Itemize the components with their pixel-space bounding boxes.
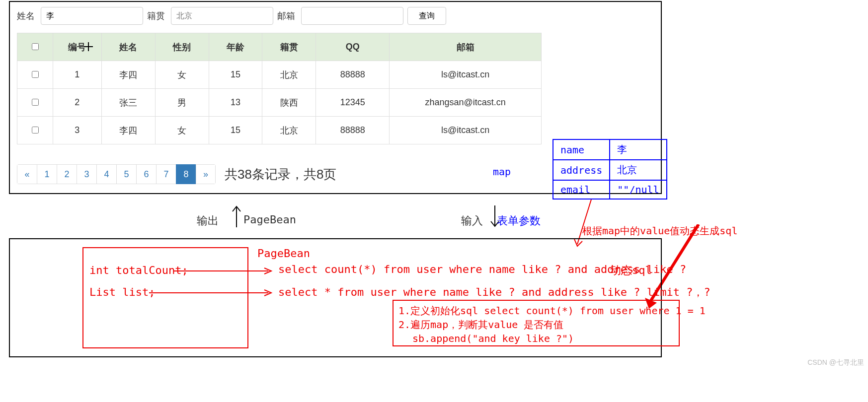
cell-id: 3 [53,117,101,144]
pager-info: 共38条记录，共8页 [225,166,336,183]
select-all-checkbox[interactable] [32,43,39,50]
search-form: 姓名 籍贯 邮箱 查询 [17,7,654,25]
cell-qq: 88888 [316,117,390,144]
step-1: 1.定义初始化sql select count(*) from user whe… [398,304,674,318]
header-qq: QQ [316,33,390,61]
cell-sex: 女 [155,61,209,89]
sql-select: select * from user where name like ? and… [278,285,710,300]
map-value: 李 [610,139,666,160]
cell-name: 李四 [101,61,155,89]
step-2: 2.遍历map，判断其value 是否有值 [398,318,674,332]
cell-sex: 男 [155,89,209,117]
cell-email: zhangsan@itcast.cn [390,89,542,117]
logic-panel: PageBean int totalCount; List list; sele… [9,238,662,357]
row-checkbox[interactable] [32,71,39,78]
header-native: 籍贯 [262,33,316,61]
pager: «12345678» [17,164,216,184]
cell-qq: 88888 [316,61,390,89]
table-header-row: 编号 姓名 性别 年龄 籍贯 QQ 邮箱 [17,33,542,61]
table-row: 3李四女15北京88888ls@itcast.cn [17,117,542,144]
name-input[interactable] [41,7,143,25]
query-button[interactable]: 查询 [407,7,446,25]
map-value: 北京 [610,160,666,180]
cell-sex: 女 [155,117,209,144]
pagebean-field-totalcount: int totalCount; [89,264,188,276]
header-sex: 性别 [155,33,209,61]
map-value: ""/null [610,180,666,199]
header-checkbox-cell [17,33,53,61]
name-label: 姓名 [17,10,35,22]
pager-link[interactable]: 5 [116,164,136,184]
pagebean-title: PageBean [257,247,310,260]
pager-link[interactable]: 8 [176,164,196,184]
pager-link[interactable]: » [196,164,216,184]
map-table: name李 address北京 email""/null [552,139,667,200]
table-row: 1李四女15北京88888ls@itcast.cn [17,61,542,89]
map-label: map [493,166,511,178]
pager-link[interactable]: 7 [156,164,176,184]
step-2b: sb.append("and key like ?") [398,332,674,345]
cell-native: 北京 [262,61,316,89]
gen-sql-label: 根据map中的value值动态生成sql [582,224,737,238]
ui-panel: 姓名 籍贯 邮箱 查询 编号 姓名 性别 年龄 籍贯 QQ 邮箱 [9,1,662,194]
pager-link[interactable]: 4 [96,164,116,184]
user-table: 编号 姓名 性别 年龄 籍贯 QQ 邮箱 1李四女15北京88888ls@itc… [17,33,542,144]
steps-box: 1.定义初始化sql select count(*) from user whe… [393,300,680,346]
form-param-label: 表单参数 [497,213,541,228]
map-row: name李 [553,139,667,160]
cell-email: ls@itcast.cn [390,61,542,89]
native-label: 籍贯 [147,10,165,22]
pagebean-field-list: List list; [89,286,155,298]
email-input[interactable] [301,7,403,25]
pager-link[interactable]: 3 [77,164,96,184]
header-age: 年龄 [209,33,262,61]
table-row: 2张三男13陕西12345zhangsan@itcast.cn [17,89,542,117]
row-checkbox[interactable] [32,127,39,134]
cell-id: 2 [53,89,101,117]
cell-age: 15 [209,117,262,144]
map-key: name [553,139,610,160]
map-key: address [553,160,610,180]
input-label: 输入 [461,213,483,228]
cell-qq: 12345 [316,89,390,117]
pager-link[interactable]: 6 [136,164,156,184]
pagebean-io-label: PageBean [243,213,296,226]
header-email: 邮箱 [390,33,542,61]
pager-link[interactable]: 1 [37,164,57,184]
map-row: address北京 [553,160,667,180]
map-key: email [553,180,610,199]
cell-name: 李四 [101,117,155,144]
cell-email: ls@itcast.cn [390,117,542,144]
cell-age: 13 [209,89,262,117]
pager-link[interactable]: « [17,164,37,184]
cell-id: 1 [53,61,101,89]
output-label: 输出 [197,213,219,228]
pager-link[interactable]: 2 [57,164,77,184]
cell-age: 15 [209,61,262,89]
watermark: CSDN @七寻北里 [807,358,864,367]
email-label: 邮箱 [277,10,295,22]
row-checkbox[interactable] [32,99,39,106]
header-id: 编号 [53,33,101,61]
cell-native: 陕西 [262,89,316,117]
diagram-stage: 姓名 籍贯 邮箱 查询 编号 姓名 性别 年龄 籍贯 QQ 邮箱 [0,1,868,402]
dynamic-sql-label: 动态sql [610,263,652,278]
native-input[interactable] [171,7,273,25]
cell-name: 张三 [101,89,155,117]
header-name: 姓名 [101,33,155,61]
cell-native: 北京 [262,117,316,144]
map-row: email""/null [553,180,667,199]
